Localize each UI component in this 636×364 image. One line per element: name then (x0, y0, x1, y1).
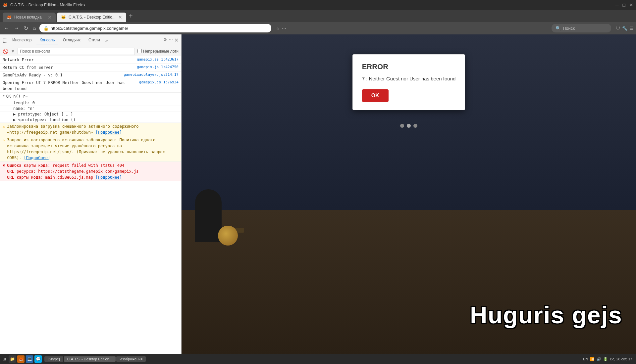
taskbar-task-skype[interactable]: [Skype] (44, 356, 63, 362)
more-info-link-2[interactable]: [Подробнее] (24, 156, 50, 160)
meme-text: Huguris gejs (470, 301, 622, 329)
log-source[interactable]: gamepix.js:1:76934 (139, 80, 179, 85)
log-text: Ошибка карты кода: request failed with s… (7, 162, 179, 180)
log-source[interactable]: gamepix.js:1:423617 (137, 57, 179, 63)
taskbar-task-images[interactable]: Изображения (116, 356, 146, 362)
continuous-logs-checkbox[interactable] (137, 49, 142, 53)
window-controls: ─ □ ✕ (615, 2, 633, 8)
task-label-images: Изображения (120, 357, 142, 361)
clear-console-icon[interactable]: 🚫 (3, 49, 8, 54)
taskbar-icon-1[interactable]: 📁 (9, 355, 16, 363)
tab-bar: 🦊 Новая вкладка ✕ 🐱 C.A.T.S. - Desktop E… (0, 10, 636, 22)
sys-icon-bluetooth: 📶 (590, 357, 595, 361)
tab-inspector[interactable]: Инспектор (9, 36, 35, 44)
tab-close-btn-cats[interactable]: ✕ (118, 15, 122, 20)
taskbar-system-tray: EN 📶 🔊 🔋 Вс, 28 окт, 17: (583, 357, 633, 361)
devtools-more-icon[interactable]: ⋯ (169, 37, 173, 43)
log-entry-error-map: ✖ Ошибка карты кода: request failed with… (0, 162, 181, 181)
tab-console[interactable]: Консоль (36, 36, 58, 44)
tab-label-cats: C.A.T.S. - Desktop Editio... (69, 15, 116, 20)
start-button[interactable]: ⊞ (3, 357, 6, 361)
tab-cats[interactable]: 🐱 C.A.T.S. - Desktop Editio... ✕ (57, 13, 126, 22)
reload-button[interactable]: ↻ (23, 24, 29, 32)
devtools-selector-icon[interactable]: ⬚ (3, 37, 8, 43)
devtools-side-icons: ⚙ ⋯ ✕ (163, 37, 179, 43)
forward-button[interactable]: → (13, 24, 21, 32)
continuous-logs-label: Непрерывные логи (143, 49, 179, 54)
console-content: Network Error gamepix.js:1:423617 Return… (0, 56, 181, 354)
devtools-settings-icon[interactable]: ⚙ (163, 37, 167, 43)
taskbar-icon-2[interactable]: 🦊 (17, 355, 25, 363)
devtools-toolbar: ⬚ Инспектор Консоль Отладчик Стили » ⚙ ⋯… (0, 34, 181, 46)
url-bar[interactable]: 🔒 https://catsthegame.gamepix.com/game/ (39, 24, 271, 32)
lock-icon: 🔒 (43, 26, 49, 31)
back-button[interactable]: ← (3, 24, 11, 32)
log-entry-opening-error: Opening Error UI 7 ERROR Neither Guest n… (0, 79, 181, 93)
address-bar: ← → ↻ ⌂ 🔒 https://catsthegame.gamepix.co… (0, 22, 636, 34)
title-bar: 🦊 C.A.T.S. - Desktop Edition - Mozilla F… (0, 0, 636, 10)
log-text: OK n() r= (6, 93, 179, 99)
warning-icon: ⚠ (3, 123, 5, 129)
sys-icon-battery: 🔋 (603, 357, 608, 361)
toolbar-icons: 🛡 🔧 ☰ (616, 26, 633, 31)
log-entry-warning-2: ⚠ Запрос из постороннего источника забло… (0, 136, 181, 162)
task-label: [Skype] (48, 357, 60, 361)
start-icon: ⊞ (3, 357, 6, 361)
tab-close-btn[interactable]: ✕ (48, 15, 52, 20)
log-text: GamePixAdv Ready - v: 0.1 (3, 72, 121, 78)
console-search-input[interactable] (18, 48, 135, 55)
error-modal-title: ERROR (362, 63, 456, 71)
filter-icon[interactable]: ▼ (11, 49, 15, 54)
log-source[interactable]: gamepixadplayer.js:214:17 (124, 72, 179, 78)
tab-favicon: 🦊 (7, 15, 12, 20)
tab-favicon-cats: 🐱 (61, 15, 66, 20)
search-bar[interactable]: 🔍 Поиск (552, 24, 611, 32)
continuous-logs-toggle[interactable]: Непрерывные логи (137, 49, 179, 54)
content-area: ⬚ Инспектор Консоль Отладчик Стили » ⚙ ⋯… (0, 34, 636, 354)
log-source[interactable]: gamepix.js:1:424750 (137, 65, 179, 70)
addon-icon-2[interactable]: 🔧 (622, 26, 627, 31)
devtools-close-button[interactable]: ✕ (174, 37, 179, 43)
taskbar-icon-3[interactable]: 💻 (26, 355, 33, 363)
log-entry-gamepix-ready: GamePixAdv Ready - v: 0.1 gamepixadplaye… (0, 71, 181, 79)
expand-proto-icon[interactable]: ▶ (13, 117, 16, 122)
error-icon: ✖ (3, 162, 5, 168)
log-text: Return CC from Server (3, 65, 134, 70)
address-icons: ☆ ⋯ (276, 26, 286, 31)
expand-prototype-icon[interactable]: ▶ (13, 112, 16, 116)
taskbar-tasks: [Skype] C.A.T.S. - Desktop Edition... Из… (44, 356, 580, 362)
more-icon[interactable]: ⋯ (282, 26, 286, 31)
game-area: ERROR 7 : Neither Guest nor User has bee… (182, 34, 636, 354)
more-info-link-1[interactable]: [Подробнее] (96, 130, 122, 135)
log-text: Заблокирована загрузка смешанного активн… (7, 123, 179, 135)
log-indent-proto: ▶ <prototype>: function () (0, 117, 181, 123)
maximize-icon[interactable]: □ (623, 2, 625, 8)
tab-new-tab[interactable]: 🦊 Новая вкладка ✕ (3, 13, 56, 22)
log-indent-prototype: ▶ prototype: Object { … } (0, 112, 181, 117)
expand-arrow[interactable]: ▾ (3, 93, 5, 99)
log-text: Network Error (3, 57, 134, 63)
log-text: Opening Error UI 7 ERROR Neither Guest n… (3, 80, 136, 92)
close-icon[interactable]: ✕ (629, 2, 633, 8)
taskbar-task-cats[interactable]: C.A.T.S. - Desktop Edition... (64, 356, 116, 362)
minimize-icon[interactable]: ─ (615, 2, 619, 8)
new-tab-button[interactable]: + (128, 12, 134, 20)
sys-icon-lang: EN (583, 357, 588, 361)
more-tabs-icon[interactable]: » (105, 38, 108, 43)
log-entry-warning-1: ⚠ Заблокирована загрузка смешанного акти… (0, 123, 181, 136)
sys-icon-network: 🔊 (597, 357, 601, 361)
bookmark-icon[interactable]: ☆ (276, 26, 280, 31)
addon-icon-3[interactable]: ☰ (629, 26, 633, 31)
addon-icon-1[interactable]: 🛡 (616, 26, 620, 31)
log-entry-network-error: Network Error gamepix.js:1:423617 (0, 56, 181, 64)
taskbar-datetime: Вс, 28 окт, 17: (610, 357, 633, 361)
log-entry-return-cc: Return CC from Server gamepix.js:1:42475… (0, 64, 181, 71)
browser-favicon: 🦊 (3, 3, 8, 7)
more-info-link-3[interactable]: [Подробнее] (96, 175, 122, 180)
tab-styles[interactable]: Стили (85, 36, 103, 44)
tab-debugger[interactable]: Отладчик (60, 36, 84, 44)
home-button[interactable]: ⌂ (31, 24, 37, 32)
taskbar-icon-skype[interactable]: 💬 (34, 355, 42, 363)
error-ok-button[interactable]: OK (362, 89, 389, 102)
devtools-panel: ⬚ Инспектор Консоль Отладчик Стили » ⚙ ⋯… (0, 34, 182, 354)
